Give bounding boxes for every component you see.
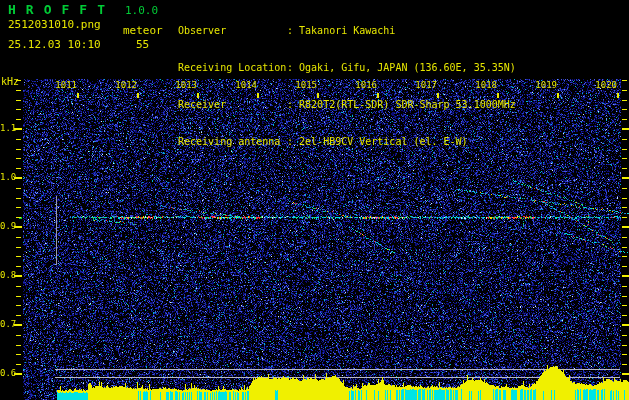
- time-tick-label-1013: 1013: [175, 81, 197, 91]
- info-row-receiver: Receiver: R820T2(RTL-SDR) SDR-Sharp 53.1…: [178, 99, 516, 114]
- time-tick-label-1020: 1020: [595, 81, 617, 91]
- info-separator: :: [287, 62, 299, 73]
- info-value: Ogaki, Gifu, JAPAN (136.60E, 35.35N): [299, 62, 516, 73]
- time-tick-label-1016: 1016: [355, 81, 377, 91]
- time-tick-label-1015: 1015: [295, 81, 317, 91]
- info-label: Observer: [178, 25, 287, 36]
- app-version: 1.0.0: [125, 5, 158, 17]
- info-row-antenna: Receiving antenna: 2el-HB9CV Vertical (e…: [178, 136, 516, 151]
- info-row-location: Receiving Location: Ogaki, Gifu, JAPAN (…: [178, 62, 516, 77]
- time-tick-label-1014: 1014: [235, 81, 257, 91]
- freq-axis-unit: kHz: [1, 76, 19, 87]
- info-value: 2el-HB9CV Vertical (el. E-W): [299, 136, 468, 147]
- info-value: Takanori Kawachi: [299, 25, 395, 36]
- info-separator: :: [287, 25, 299, 36]
- info-separator: :: [287, 99, 299, 110]
- freq-tick-label-0.9: 0.9: [0, 222, 14, 232]
- info-row-observer: Observer: Takanori Kawachi: [178, 25, 516, 40]
- freq-tick-label-0.7: 0.7: [0, 320, 14, 330]
- info-label: Receiving Location: [178, 62, 287, 73]
- freq-tick-label-0.8: 0.8: [0, 271, 14, 281]
- timestamp: 25.12.03 10:10: [8, 39, 101, 51]
- hrofft-window: HROFFT 1.0.0 2512031010.png meteor 25.12…: [0, 0, 629, 400]
- time-tick-label-1017: 1017: [415, 81, 437, 91]
- info-label: Receiving antenna: [178, 136, 287, 147]
- time-tick-label-1019: 1019: [535, 81, 557, 91]
- app-title: HROFFT: [8, 3, 115, 17]
- freq-tick-label-1.1: 1.1: [0, 124, 14, 134]
- freq-tick-label-0.6: 0.6: [0, 369, 14, 379]
- time-tick-label-1012: 1012: [115, 81, 137, 91]
- freq-tick-label-1.0: 1.0: [0, 173, 14, 183]
- info-separator: :: [287, 136, 299, 147]
- info-panel: Observer: Takanori Kawachi Receiving Loc…: [178, 3, 516, 173]
- info-label: Receiver: [178, 99, 287, 110]
- mode-label: meteor: [123, 25, 163, 37]
- echo-count: 55: [136, 39, 149, 51]
- time-tick-label-1018: 1018: [475, 81, 497, 91]
- info-value: R820T2(RTL-SDR) SDR-Sharp 53.1000MHz: [299, 99, 516, 110]
- time-tick-label-1011: 1011: [55, 81, 77, 91]
- output-file-name: 2512031010.png: [8, 19, 101, 31]
